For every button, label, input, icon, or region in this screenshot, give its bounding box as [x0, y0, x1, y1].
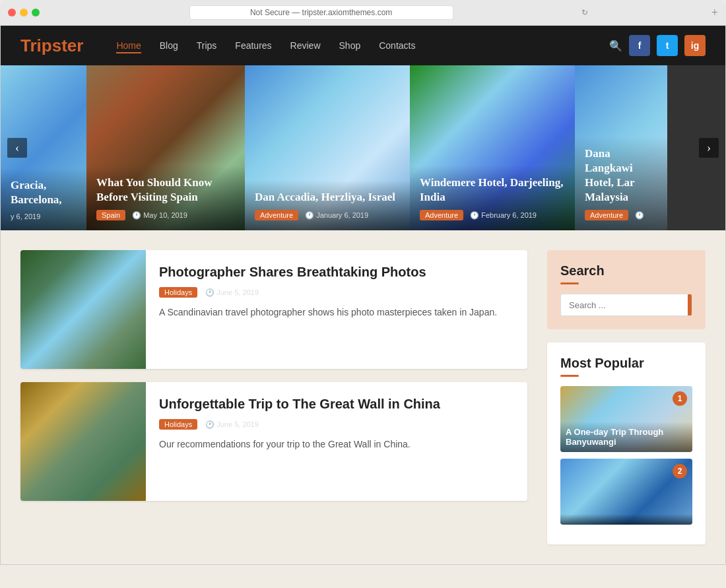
- search-icon[interactable]: 🔍: [609, 40, 622, 52]
- slide-4-overlay: Windemere Hotel, Darjeeling, India Adven…: [410, 166, 575, 230]
- slide-1-date: y 6, 2019: [11, 212, 40, 220]
- logo[interactable]: Tripster: [20, 36, 83, 56]
- article-2-date: 🕐 June 5, 2019: [205, 420, 259, 429]
- slide-2-overlay: What You Should Know Before Visiting Spa…: [86, 166, 245, 230]
- article-2-image: [20, 382, 146, 501]
- traffic-light-red[interactable]: [8, 9, 16, 16]
- logo-text-1: Trip: [20, 36, 52, 55]
- article-1-meta: Holidays 🕐 June 5, 2019: [159, 287, 514, 298]
- search-title: Search: [560, 263, 692, 278]
- popular-item-2-number: 2: [673, 464, 687, 478]
- nav-item-review[interactable]: Review: [290, 40, 321, 51]
- nav-item-contacts[interactable]: Contacts: [379, 40, 415, 51]
- reload-icon[interactable]: ↻: [581, 8, 588, 18]
- instagram-button[interactable]: ig: [684, 35, 706, 56]
- articles-column: Photographer Shares Breathtaking Photos …: [20, 250, 527, 544]
- article-2-photo: [20, 382, 146, 501]
- traffic-light-green[interactable]: [32, 9, 40, 16]
- popular-item-1[interactable]: 1 A One-day Trip Through Banyuwangi: [560, 386, 692, 452]
- slide-3-badge[interactable]: Adventure: [255, 210, 298, 220]
- search-input[interactable]: [561, 294, 688, 315]
- slide-2-date: 🕐 May 10, 2019: [132, 211, 187, 220]
- article-2-excerpt: Our recommendations for your trip to the…: [159, 438, 514, 451]
- slide-4: Windemere Hotel, Darjeeling, India Adven…: [410, 65, 575, 230]
- slide-1-title: Gracia, Barcelona,: [11, 178, 77, 207]
- nav-item-blog[interactable]: Blog: [160, 40, 178, 51]
- browser-chrome: Not Secure — tripster.axiomthemes.com ↻ …: [0, 0, 726, 26]
- slide-4-date: 🕐 February 6, 2019: [470, 211, 537, 220]
- nav-link-contacts[interactable]: Contacts: [379, 40, 415, 51]
- slide-3-date: 🕐 January 6, 2019: [305, 211, 368, 220]
- article-2-meta: Holidays 🕐 June 5, 2019: [159, 419, 514, 430]
- most-popular-title: Most Popular: [560, 356, 692, 371]
- navbar: Tripster Home Blog Trips Features Review…: [1, 26, 725, 65]
- slide-5-title: Dana Langkawi Hotel, Lar Malaysia: [585, 147, 657, 205]
- article-1-photo: [20, 250, 146, 369]
- nav-right: 🔍 f t ig: [609, 35, 706, 56]
- nav-item-shop[interactable]: Shop: [339, 40, 361, 51]
- nav-link-blog[interactable]: Blog: [160, 40, 178, 51]
- article-1-title[interactable]: Photographer Shares Breathtaking Photos: [159, 263, 514, 280]
- nav-link-review[interactable]: Review: [290, 40, 321, 51]
- nav-link-home[interactable]: Home: [116, 40, 141, 53]
- nav-link-trips[interactable]: Trips: [197, 40, 217, 51]
- main-content: Photographer Shares Breathtaking Photos …: [1, 230, 725, 564]
- hero-slider: ‹ Gracia, Barcelona, y 6, 2019 What You …: [1, 65, 725, 230]
- slide-3-overlay: Dan Accadia, Herzliya, Israel Adventure …: [245, 180, 410, 230]
- sidebar: Search 🔍 Most Popular 1 A One-day Trip T…: [547, 250, 706, 544]
- slide-1-overlay: Gracia, Barcelona, y 6, 2019: [1, 168, 86, 230]
- new-tab-button[interactable]: +: [711, 6, 718, 20]
- search-input-wrap: 🔍: [560, 294, 692, 316]
- nav-link-features[interactable]: Features: [235, 40, 271, 51]
- popular-item-2-caption: [560, 514, 692, 525]
- slide-2: What You Should Know Before Visiting Spa…: [86, 65, 245, 230]
- article-2-body: Unforgettable Trip to The Great Wall in …: [146, 382, 527, 501]
- slide-4-badge[interactable]: Adventure: [420, 210, 463, 220]
- slide-5: Dana Langkawi Hotel, Lar Malaysia Advent…: [575, 65, 667, 230]
- slide-2-meta: Spain 🕐 May 10, 2019: [96, 210, 235, 220]
- slider-prev-button[interactable]: ‹: [7, 138, 27, 158]
- nav-links: Home Blog Trips Features Review Shop Con…: [116, 40, 609, 51]
- slide-2-title: What You Should Know Before Visiting Spa…: [96, 176, 235, 205]
- search-button[interactable]: 🔍: [688, 294, 692, 315]
- article-2-title[interactable]: Unforgettable Trip to The Great Wall in …: [159, 395, 514, 412]
- site-wrapper: Tripster Home Blog Trips Features Review…: [0, 26, 726, 565]
- article-1-body: Photographer Shares Breathtaking Photos …: [146, 250, 527, 369]
- most-popular-box: Most Popular 1 A One-day Trip Through Ba…: [547, 343, 706, 544]
- logo-text-accent: ster: [52, 36, 84, 55]
- article-card-2: Unforgettable Trip to The Great Wall in …: [20, 382, 527, 501]
- slide-3-meta: Adventure 🕐 January 6, 2019: [255, 210, 400, 220]
- article-1-excerpt: A Scandinavian travel photographer shows…: [159, 306, 514, 319]
- article-1-badge[interactable]: Holidays: [159, 287, 197, 298]
- slider-next-button[interactable]: ›: [699, 138, 719, 158]
- article-1-date: 🕐 June 5, 2019: [205, 288, 259, 297]
- traffic-light-yellow[interactable]: [20, 9, 28, 16]
- slide-5-overlay: Dana Langkawi Hotel, Lar Malaysia Advent…: [575, 137, 667, 230]
- traffic-lights: [8, 9, 40, 16]
- slide-5-date: 🕐: [635, 211, 644, 220]
- search-title-underline: [560, 282, 579, 284]
- sidebar-search-box: Search 🔍: [547, 250, 706, 329]
- address-bar[interactable]: Not Secure — tripster.axiomthemes.com: [189, 5, 453, 20]
- slide-3: Dan Accadia, Herzliya, Israel Adventure …: [245, 65, 410, 230]
- nav-link-shop[interactable]: Shop: [339, 40, 361, 51]
- most-popular-underline: [560, 375, 579, 377]
- article-2-badge[interactable]: Holidays: [159, 419, 197, 430]
- slide-3-title: Dan Accadia, Herzliya, Israel: [255, 190, 400, 205]
- slide-2-badge[interactable]: Spain: [96, 210, 125, 220]
- twitter-button[interactable]: t: [657, 35, 678, 56]
- nav-item-features[interactable]: Features: [235, 40, 271, 51]
- nav-item-trips[interactable]: Trips: [197, 40, 217, 51]
- slide-5-meta: Adventure 🕐: [585, 210, 657, 220]
- nav-item-home[interactable]: Home: [116, 40, 141, 51]
- slide-1-meta: y 6, 2019: [11, 212, 77, 220]
- popular-item-1-caption: A One-day Trip Through Banyuwangi: [560, 422, 692, 452]
- article-1-image: [20, 250, 146, 369]
- article-card-1: Photographer Shares Breathtaking Photos …: [20, 250, 527, 369]
- slide-4-title: Windemere Hotel, Darjeeling, India: [420, 176, 565, 205]
- slide-4-meta: Adventure 🕐 February 6, 2019: [420, 210, 565, 220]
- facebook-button[interactable]: f: [629, 35, 650, 56]
- slide-5-badge[interactable]: Adventure: [585, 210, 628, 220]
- popular-item-2[interactable]: 2: [560, 459, 692, 525]
- popular-item-1-number: 1: [673, 391, 687, 406]
